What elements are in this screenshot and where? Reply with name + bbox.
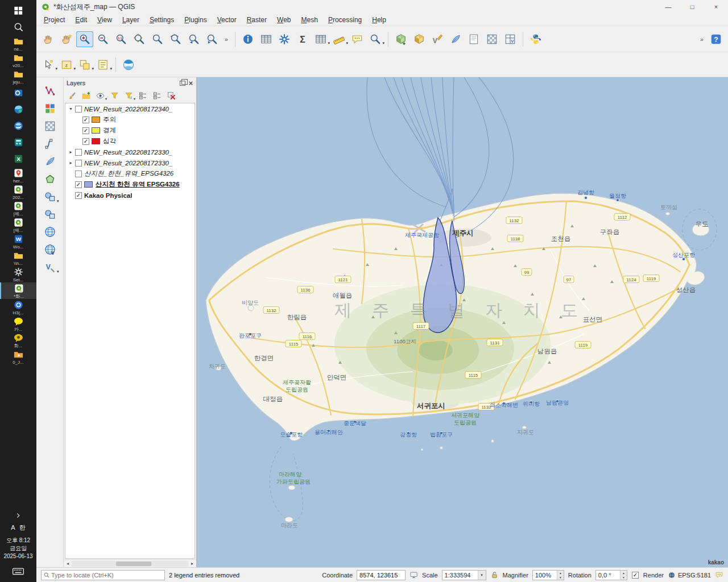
menu-vector[interactable]: Vector — [212, 15, 242, 25]
dropdown-arrow-icon[interactable]: ▾ — [134, 97, 135, 101]
layers-panel-hscrollbar[interactable]: ◂ ▸ — [64, 559, 196, 567]
menu-edit[interactable]: Edit — [70, 15, 92, 25]
python-console-button[interactable] — [527, 31, 544, 47]
collapse-all-button[interactable] — [151, 89, 164, 102]
locator-input[interactable] — [50, 571, 163, 579]
menu-layer[interactable]: Layer — [117, 15, 144, 25]
panel-close-button[interactable] — [188, 81, 193, 86]
taskbar-app-je-2[interactable]: [제... — [0, 217, 36, 233]
vector-globe-tool-button[interactable]: V — [41, 242, 59, 257]
checkbox-icon[interactable]: ✓ — [632, 572, 639, 579]
layout-manager-button[interactable] — [465, 31, 482, 47]
scrollbar-thumb[interactable] — [116, 562, 151, 566]
deselect-features-button[interactable]: ▾ — [76, 57, 93, 73]
pan-to-selection-button[interactable] — [58, 31, 75, 47]
symbology-categories-button[interactable] — [41, 101, 59, 117]
dropdown-arrow-icon[interactable]: ▾ — [105, 97, 107, 101]
taskbar-app-sphere[interactable] — [0, 101, 36, 118]
measure-button[interactable]: ▾ — [330, 31, 348, 47]
scroll-right-arrow[interactable]: ▸ — [188, 561, 196, 566]
show-hidden-icons-button[interactable] — [15, 510, 22, 521]
digitize-with-feather-button[interactable] — [41, 153, 59, 169]
spin-up-icon[interactable]: ▴ — [621, 571, 627, 575]
open-attribute-table-button[interactable] — [258, 31, 275, 47]
taskbar-word[interactable]: WWo... — [0, 233, 36, 250]
open-layer-styling-button[interactable] — [65, 89, 78, 102]
filter-by-expression-button[interactable]: ε▾ — [122, 89, 135, 102]
render-checkbox[interactable]: ✓ Render — [631, 572, 664, 579]
spin-down-icon[interactable]: ▾ — [557, 575, 564, 580]
taskbar-start[interactable] — [0, 2, 36, 19]
zoom-full-button[interactable] — [131, 31, 148, 47]
dropdown-arrow-icon[interactable]: ▾ — [73, 66, 76, 71]
options-button[interactable] — [276, 31, 293, 47]
polygon-tool-button[interactable] — [41, 171, 59, 187]
minimize-button[interactable]: — — [656, 0, 680, 14]
spin-up-icon[interactable]: ▴ — [557, 571, 564, 575]
locator-search[interactable] — [41, 570, 165, 580]
toolbar-extension-button[interactable]: » — [222, 31, 231, 47]
new-temporary-scratch-layer-button[interactable] — [447, 31, 464, 47]
coordinate-input[interactable] — [357, 570, 406, 580]
dropdown-arrow-icon[interactable]: ▾ — [55, 66, 57, 71]
remove-layer-button[interactable] — [165, 89, 178, 102]
taskbar-kakao-window[interactable]: 화... — [0, 332, 36, 348]
layer-checkbox[interactable]: ✓ — [82, 117, 89, 123]
help-button[interactable]: ? — [708, 31, 725, 47]
select-by-expression-button[interactable]: ε▾ — [58, 57, 75, 73]
layer-row-new-result-202208172340[interactable]: ▾NEW_Result_202208172340_ — [65, 103, 195, 114]
layer-row-new-result-202208172330-b[interactable]: ▸NEW_Result_202208172330_ — [65, 157, 195, 168]
layer-row-legend-simgak[interactable]: ✓심각 — [65, 136, 195, 147]
globe-tool-button[interactable] — [41, 224, 59, 240]
dropdown-arrow-icon[interactable]: ▾ — [57, 199, 59, 203]
ime-indicator[interactable]: A 한 — [11, 521, 25, 534]
taskbar-app-h3[interactable]: H3(... — [0, 299, 36, 315]
taskbar-settings[interactable]: Set... — [0, 266, 36, 282]
menu-settings[interactable]: Settings — [144, 15, 179, 25]
map-canvas[interactable]: 1132111811321136112199971124111911161115… — [197, 77, 728, 567]
layer-checkbox[interactable] — [75, 149, 82, 156]
expander-icon[interactable]: ▸ — [67, 149, 75, 155]
layer-checkbox[interactable] — [75, 171, 82, 177]
zoom-search-button[interactable]: ▾ — [367, 31, 384, 47]
taskbar-folder-v20[interactable]: v20... — [0, 52, 36, 68]
lock-icon[interactable] — [490, 571, 499, 579]
scale-combo[interactable]: 1:333594 ▾ — [442, 570, 486, 580]
taskbar-search[interactable] — [0, 19, 36, 35]
raster-tool-button[interactable] — [41, 118, 59, 134]
statistical-summary-button[interactable]: Σ — [294, 31, 311, 47]
taskbar-network-folder[interactable]: \\h... — [0, 250, 36, 266]
layer-checkbox[interactable] — [75, 106, 82, 113]
attribute-table-tools-button[interactable]: ▾ — [312, 31, 329, 47]
new-virtual-layer-button[interactable]: V — [502, 31, 519, 47]
filter-legend-button[interactable] — [108, 89, 121, 102]
taskbar-internet-explorer[interactable] — [0, 118, 36, 134]
zoom-native-button[interactable]: 1:1 — [113, 31, 130, 47]
shape-tool-button[interactable] — [41, 206, 59, 222]
menu-help[interactable]: Help — [367, 15, 391, 25]
menu-plugins[interactable]: Plugins — [179, 15, 212, 25]
menu-web[interactable]: Web — [272, 15, 296, 25]
taskbar-outlook[interactable] — [0, 85, 36, 101]
manage-map-themes-button[interactable]: ▾ — [94, 89, 107, 102]
rotation-spinbox[interactable]: 0,0 ° ▴▾ — [595, 570, 627, 580]
raster-calculator-button[interactable] — [483, 31, 500, 47]
layer-checkbox[interactable]: ✓ — [82, 138, 89, 145]
dropdown-arrow-icon[interactable]: ▾ — [328, 41, 330, 45]
new-shapefile-layer-button[interactable]: V — [429, 31, 446, 47]
dropdown-arrow-icon[interactable]: ▾ — [92, 66, 94, 71]
crs-indicator[interactable]: EPSG:5181 — [668, 571, 711, 579]
scroll-left-arrow[interactable]: ◂ — [64, 561, 72, 566]
combo-arrow-icon[interactable]: ▾ — [478, 571, 486, 580]
toolbar-overflow-button[interactable]: » — [697, 31, 706, 47]
add-group-button[interactable] — [80, 89, 93, 102]
expander-icon[interactable]: ▸ — [67, 160, 75, 165]
layer-checkbox[interactable]: ✓ — [82, 127, 89, 134]
vertex-tool-button[interactable] — [41, 83, 59, 99]
menu-view[interactable]: View — [92, 15, 117, 25]
select-by-form-button[interactable]: ▾ — [94, 57, 111, 73]
taskbar-folder-jeju[interactable]: jeju... — [0, 68, 36, 85]
maximize-button[interactable]: □ — [680, 0, 704, 14]
node-curve-tool-button[interactable] — [41, 136, 59, 152]
layer-row-legend-juui[interactable]: ✓주의 — [65, 114, 195, 125]
